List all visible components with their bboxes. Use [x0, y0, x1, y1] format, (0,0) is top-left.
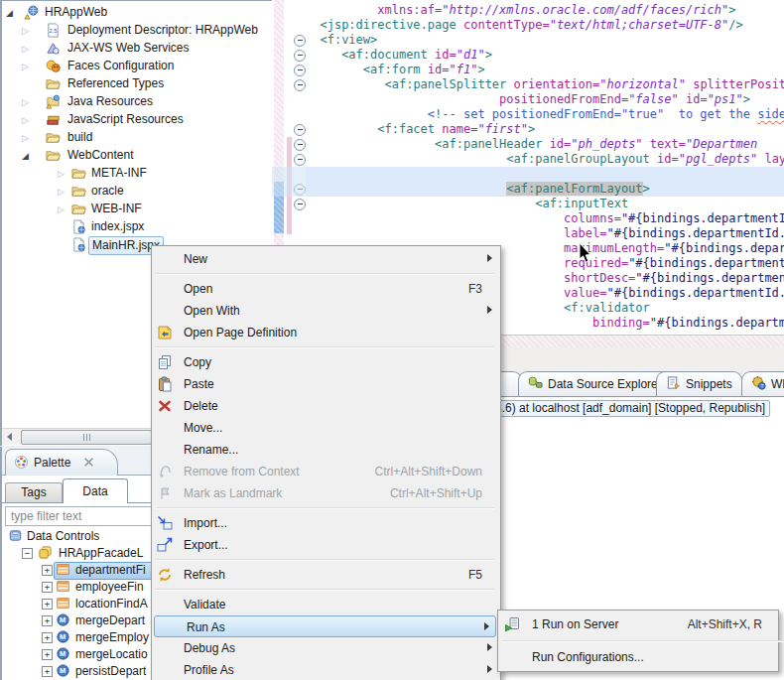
- tree-item[interactable]: ▷JavaScript Resources: [2, 111, 270, 128]
- menu-item-new[interactable]: New: [152, 248, 498, 270]
- tree-collapsed-arrow-icon[interactable]: ▷: [22, 23, 29, 40]
- fold-collapse-icon[interactable]: [294, 79, 306, 91]
- code-line[interactable]: <af:document id="d1">: [306, 48, 784, 63]
- code-line[interactable]: <af:inputText: [306, 197, 784, 211]
- tab-snippets[interactable]: Snippets: [656, 371, 742, 396]
- tree-item-label[interactable]: Deployment Descriptor: HRAppWeb: [67, 22, 258, 39]
- code-line[interactable]: <f:facet name="first">: [306, 122, 784, 137]
- expand-box-icon[interactable]: +: [42, 649, 53, 660]
- menu-item-open-page-definition[interactable]: Open Page Definition: [152, 322, 498, 343]
- menu-item-open-with[interactable]: Open With: [152, 300, 498, 322]
- tree-item[interactable]: ▷WEB-INF: [2, 201, 270, 217]
- tree-item[interactable]: ▷META-INF: [2, 165, 270, 182]
- tree-item-label[interactable]: index.jspx: [91, 218, 144, 235]
- palette-view-tab[interactable]: Palette: [5, 449, 118, 476]
- tab-tags[interactable]: Tags: [5, 482, 63, 502]
- tab-data[interactable]: Data: [63, 478, 128, 503]
- tree-item[interactable]: ▷Faces Configuration: [2, 58, 270, 74]
- collapse-box-icon[interactable]: −: [22, 548, 33, 559]
- fold-collapse-icon[interactable]: [294, 139, 306, 151]
- data-control-label[interactable]: employeeFin: [75, 579, 144, 596]
- code-line[interactable]: xmlns:af="http://xmlns.oracle.com/adf/fa…: [306, 3, 784, 18]
- tree-item-label[interactable]: WEB-INF: [91, 201, 142, 217]
- expand-box-icon[interactable]: +: [42, 599, 53, 610]
- menu-item-delete[interactable]: Delete: [152, 395, 498, 417]
- fold-collapse-icon[interactable]: [294, 50, 306, 62]
- tree-expanded-arrow-icon[interactable]: ◢: [6, 5, 13, 22]
- menu-item-export[interactable]: Export...: [152, 534, 498, 556]
- code-line[interactable]: columns="#{bindings.departmentId.: [306, 211, 784, 226]
- tree-item-label[interactable]: WebContent: [67, 147, 134, 164]
- tree-item[interactable]: ▷JAX-WS Web Services: [2, 40, 270, 57]
- menu-item-1-run-on-server[interactable]: 1 Run on ServerAlt+Shift+X, R: [498, 612, 776, 637]
- tree-collapsed-arrow-icon[interactable]: ▷: [22, 41, 29, 58]
- tree-collapsed-arrow-icon[interactable]: ▷: [58, 166, 65, 183]
- tree-collapsed-arrow-icon[interactable]: ▷: [22, 130, 29, 147]
- tree-collapsed-arrow-icon[interactable]: ▷: [58, 184, 65, 201]
- fold-collapse-icon[interactable]: [294, 65, 306, 76]
- tree-item[interactable]: ◢HRAppWeb: [2, 4, 270, 21]
- tree-item-label[interactable]: oracle: [91, 183, 124, 200]
- tree-collapsed-arrow-icon[interactable]: ▷: [22, 94, 29, 111]
- tree-item-label[interactable]: Java Resources: [67, 93, 153, 110]
- server-list-item[interactable]: 3.6) at localhost [adf_domain] [Stopped,…: [490, 400, 770, 417]
- code-line[interactable]: <jsp:directive.page contentType="text/ht…: [306, 18, 784, 33]
- tree-item-label[interactable]: JAX-WS Web Services: [67, 40, 189, 57]
- code-line[interactable]: <af:panelSplitter orientation="horizonta…: [306, 77, 784, 92]
- tree-item[interactable]: ▷2.5Deployment Descriptor: HRAppWeb: [2, 22, 270, 39]
- code-line[interactable]: [306, 167, 784, 182]
- menu-item-copy[interactable]: Copy: [152, 351, 498, 373]
- menu-item-mark-as-landmark[interactable]: Mark as LandmarkCtrl+Alt+Shift+Up: [152, 482, 498, 504]
- data-control-label[interactable]: mergeLocatio: [75, 646, 148, 663]
- tree-item-label[interactable]: build: [67, 129, 92, 146]
- data-control-label[interactable]: locationFindA: [75, 596, 148, 612]
- close-icon[interactable]: [81, 455, 96, 470]
- data-control-label[interactable]: persistDepart: [75, 663, 146, 680]
- data-control-label[interactable]: HRAppFacadeL: [59, 545, 143, 562]
- fold-collapse-icon[interactable]: [294, 35, 306, 47]
- code-line[interactable]: <af:panelFormLayout>: [306, 182, 784, 197]
- tree-item[interactable]: index.jspx: [2, 218, 270, 235]
- tree-collapsed-arrow-icon[interactable]: ▷: [22, 112, 29, 129]
- tab-wlst[interactable]: ?WLST: [741, 371, 784, 396]
- tree-item-label[interactable]: META-INF: [91, 165, 147, 182]
- tree-item-label[interactable]: Referenced Types: [67, 75, 164, 92]
- expand-box-icon[interactable]: +: [42, 632, 53, 643]
- expand-box-icon[interactable]: +: [42, 615, 53, 626]
- expand-box-icon[interactable]: +: [42, 666, 53, 677]
- tree-item[interactable]: ▷build: [2, 129, 270, 146]
- fold-collapse-icon[interactable]: [294, 124, 306, 136]
- data-control-label[interactable]: departmentFi: [75, 562, 146, 579]
- menu-item-import[interactable]: Import...: [152, 512, 498, 534]
- tree-item-label[interactable]: HRAppWeb: [45, 4, 107, 21]
- tree-collapsed-arrow-icon[interactable]: ▷: [58, 202, 65, 218]
- menu-item-run-as[interactable]: Run As: [154, 615, 496, 637]
- code-line[interactable]: label="#{bindings.departmentId.hi: [306, 226, 784, 241]
- code-line[interactable]: <f:view>: [306, 33, 784, 48]
- tree-item[interactable]: Referenced Types: [2, 75, 270, 92]
- tree-expanded-arrow-icon[interactable]: ◢: [22, 148, 29, 165]
- tree-item-label[interactable]: JavaScript Resources: [67, 111, 184, 128]
- tree-collapsed-arrow-icon[interactable]: ▷: [22, 59, 29, 75]
- data-control-label[interactable]: mergeDepart: [75, 612, 145, 629]
- code-line[interactable]: <!-- set positionedFromEnd="true" to get…: [306, 107, 784, 122]
- menu-item-run-configurations[interactable]: Run Configurations...: [498, 645, 776, 670]
- code-line[interactable]: <af:panelGroupLayout id="pgl_depts" layo…: [306, 152, 784, 167]
- code-line[interactable]: <af:form id="f1">: [306, 63, 784, 77]
- tab-data-source-explorer[interactable]: Data Source Explorer: [518, 371, 672, 396]
- tree-item[interactable]: ◢WebContent: [2, 147, 270, 164]
- fold-collapse-icon[interactable]: [294, 154, 306, 166]
- code-line[interactable]: positionedFromEnd="false" id="ps1">: [306, 92, 784, 107]
- tree-item-label[interactable]: Faces Configuration: [67, 58, 174, 74]
- expand-box-icon[interactable]: +: [42, 582, 53, 593]
- data-control-label[interactable]: Data Controls: [27, 528, 99, 545]
- expand-box-icon[interactable]: +: [42, 565, 53, 576]
- data-control-label[interactable]: mergeEmploy: [75, 629, 149, 646]
- menu-item-refresh[interactable]: RefreshF5: [152, 564, 498, 586]
- menu-item-debug-as[interactable]: Debug As: [152, 637, 498, 659]
- tree-item[interactable]: ▷oracle: [2, 183, 270, 200]
- scrollbar-thumb[interactable]: [21, 430, 152, 445]
- menu-item-remove-from-context[interactable]: Remove from ContextCtrl+Alt+Shift+Down: [152, 461, 498, 482]
- menu-item-open[interactable]: OpenF3: [152, 278, 498, 300]
- tree-item[interactable]: ▷Java Resources: [2, 93, 270, 110]
